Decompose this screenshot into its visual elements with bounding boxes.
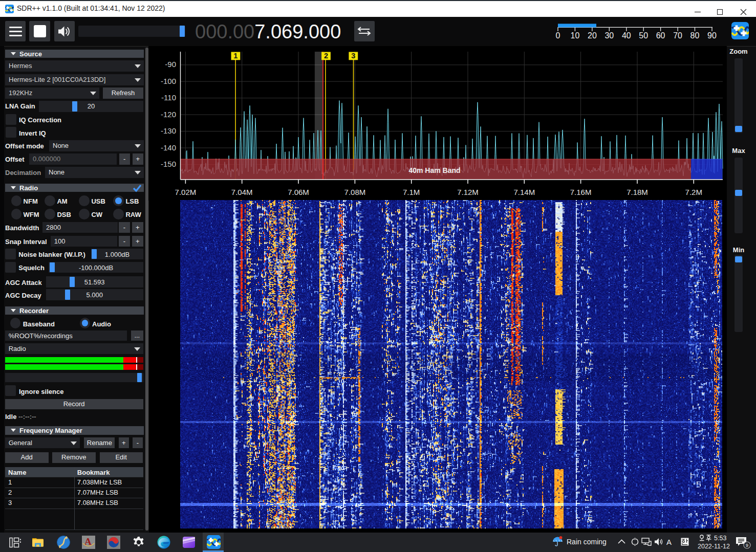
svg-text:50: 50	[639, 31, 648, 40]
svg-text:20: 20	[588, 31, 597, 40]
svg-text:80: 80	[690, 31, 700, 40]
svg-text:7.16M: 7.16M	[570, 188, 592, 196]
svg-text:90: 90	[707, 31, 717, 40]
svg-text:7.08M: 7.08M	[344, 188, 366, 196]
svg-text:7.04M: 7.04M	[231, 188, 253, 196]
svg-text:7.1M: 7.1M	[403, 188, 420, 196]
svg-text:-140: -140	[161, 143, 176, 152]
svg-text:7.14M: 7.14M	[513, 188, 535, 196]
svg-text:3: 3	[351, 52, 355, 60]
svg-text:1: 1	[233, 52, 237, 60]
svg-text:0: 0	[556, 31, 560, 40]
svg-text:-90: -90	[165, 60, 176, 69]
svg-text:7.02M: 7.02M	[175, 188, 197, 196]
svg-text:-110: -110	[161, 93, 176, 102]
svg-text:40m Ham Band: 40m Ham Band	[408, 166, 460, 174]
svg-text:7.12M: 7.12M	[457, 188, 479, 196]
svg-text:10: 10	[571, 31, 580, 40]
svg-text:-130: -130	[161, 126, 176, 135]
svg-text:30: 30	[604, 31, 614, 40]
svg-text:7.2M: 7.2M	[685, 188, 702, 196]
svg-text:7.06M: 7.06M	[288, 188, 309, 196]
svg-text:2: 2	[324, 52, 328, 60]
svg-text:60: 60	[656, 31, 665, 40]
svg-text:7.18M: 7.18M	[627, 188, 648, 196]
svg-text:-100: -100	[161, 77, 176, 85]
svg-text:-120: -120	[161, 110, 176, 119]
svg-text:9: 9	[746, 542, 748, 548]
svg-text:-150: -150	[161, 160, 176, 168]
svg-text:40: 40	[622, 31, 631, 40]
svg-text:70: 70	[673, 31, 682, 40]
